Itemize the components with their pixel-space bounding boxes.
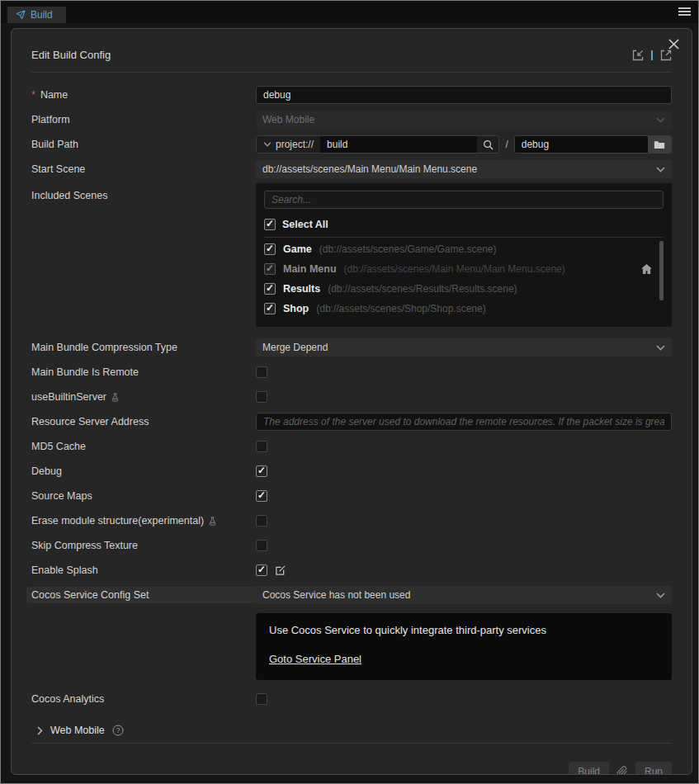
- cocos-service-row: Cocos Service Config Set Cocos Service h…: [31, 583, 672, 607]
- goto-service-panel-link[interactable]: Goto Service Panel: [269, 653, 361, 665]
- svg-text:?: ?: [116, 726, 120, 734]
- paper-plane-icon: [16, 10, 26, 20]
- export-config-icon[interactable]: [660, 50, 672, 61]
- compression-select[interactable]: Merge Depend: [256, 338, 672, 357]
- cocos-service-value: Cocos Service has not been used: [262, 589, 410, 601]
- source-maps-row: Source Maps: [31, 484, 672, 508]
- scene-path: (db://assets/scenes/Main Menu/Main Menu.…: [344, 263, 565, 275]
- experimental-flask-icon: [208, 517, 217, 526]
- scene-checkbox: [264, 263, 276, 275]
- path-separator: /: [505, 139, 508, 150]
- build-config-form: * Name Platform Web Mobile Build Path: [12, 73, 692, 775]
- tab-build-label: Build: [31, 9, 53, 21]
- use-builtin-server-label: useBuiltinServer: [31, 391, 256, 403]
- build-path-row: Build Path project:// /: [31, 132, 672, 157]
- included-scenes-panel: Select All Game (db://assets/scenes/Game…: [256, 183, 672, 327]
- main-bundle-remote-checkbox[interactable]: [256, 366, 267, 378]
- scene-checkbox[interactable]: [264, 243, 276, 255]
- scene-name: Shop: [283, 303, 309, 314]
- edit-splash-icon[interactable]: [275, 565, 286, 576]
- scene-name: Game: [283, 243, 312, 255]
- dialog-header: Edit Build Config: [12, 29, 692, 73]
- resource-server-input[interactable]: [256, 413, 672, 431]
- main-bundle-remote-row: Main Bundle Is Remote: [31, 360, 672, 385]
- scenes-divider: [264, 237, 664, 238]
- md5-cache-label: MD5 Cache: [31, 441, 256, 452]
- dialog-title: Edit Build Config: [31, 49, 672, 61]
- scene-row-game: Game (db://assets/scenes/Game/Game.scene…: [264, 239, 652, 259]
- name-input[interactable]: [256, 86, 672, 104]
- use-builtin-server-checkbox[interactable]: [256, 391, 267, 403]
- start-scene-label: Start Scene: [31, 163, 256, 175]
- start-scene-row: Start Scene db://assets/scenes/Main Menu…: [31, 157, 672, 182]
- run-button[interactable]: Run: [635, 762, 672, 775]
- help-icon[interactable]: ?: [112, 725, 124, 736]
- name-label: * Name: [31, 89, 256, 101]
- import-config-icon[interactable]: [632, 50, 644, 61]
- web-mobile-section-header[interactable]: Web Mobile ?: [31, 718, 672, 743]
- menu-icon[interactable]: [678, 7, 691, 17]
- top-bar: Build: [1, 1, 698, 23]
- platform-select: Web Mobile: [256, 111, 672, 129]
- chevron-down-icon: [656, 345, 665, 351]
- scene-row-results: Results (db://assets/scenes/Results/Resu…: [264, 279, 652, 299]
- build-path-group: project://: [256, 135, 499, 153]
- chevron-right-icon[interactable]: [37, 726, 43, 735]
- enable-splash-row: Enable Splash: [31, 558, 672, 583]
- scene-checkbox[interactable]: [264, 283, 276, 295]
- search-path-icon[interactable]: [477, 136, 498, 153]
- scene-row-main-menu: Main Menu (db://assets/scenes/Main Menu/…: [264, 259, 652, 279]
- chevron-down-icon: [656, 167, 665, 172]
- platform-value: Web Mobile: [262, 114, 314, 125]
- header-separator: [651, 50, 653, 60]
- scene-checkbox[interactable]: [264, 303, 276, 314]
- resource-server-row: Resource Server Address: [31, 409, 672, 434]
- experimental-flask-icon: [111, 393, 120, 402]
- name-row: * Name: [31, 83, 672, 107]
- select-all-label: Select All: [282, 219, 328, 230]
- debug-checkbox[interactable]: [256, 465, 267, 477]
- skip-compress-checkbox[interactable]: [256, 540, 267, 551]
- link-build-run-icon[interactable]: [616, 766, 628, 775]
- compression-row: Main Bundle Compression Type Merge Depen…: [31, 335, 672, 360]
- select-all-checkbox[interactable]: [264, 219, 276, 230]
- source-maps-checkbox[interactable]: [256, 490, 267, 502]
- scene-search-input[interactable]: [264, 191, 664, 209]
- scene-list: Game (db://assets/scenes/Game/Game.scene…: [264, 239, 664, 319]
- scene-name: Results: [283, 283, 320, 295]
- web-mobile-section-title: Web Mobile: [50, 725, 105, 736]
- compression-label: Main Bundle Compression Type: [31, 342, 256, 353]
- enable-splash-checkbox[interactable]: [256, 564, 267, 576]
- build-dir-input[interactable]: [320, 136, 477, 153]
- md5-cache-row: MD5 Cache: [31, 434, 672, 459]
- debug-label: Debug: [31, 465, 256, 477]
- erase-module-row: Erase module structure(experimental): [31, 508, 672, 533]
- start-scene-select[interactable]: db://assets/scenes/Main Menu/Main Menu.s…: [256, 160, 672, 178]
- build-button[interactable]: Build: [569, 762, 609, 775]
- included-scenes-row: Included Scenes Select All Game: [31, 183, 672, 327]
- build-path-label: Build Path: [31, 139, 256, 150]
- scrollbar[interactable]: [659, 241, 664, 300]
- protocol-select[interactable]: project://: [257, 136, 320, 153]
- build-subdir-input[interactable]: [515, 136, 648, 153]
- required-marker: *: [31, 89, 35, 101]
- cocos-service-select[interactable]: Cocos Service has not been used: [256, 586, 672, 604]
- chevron-down-icon: [263, 142, 272, 147]
- folder-icon[interactable]: [648, 136, 671, 153]
- tab-build[interactable]: Build: [7, 7, 66, 23]
- edit-build-config-dialog: Edit Build Config * Name Platform: [11, 28, 692, 775]
- cocos-analytics-checkbox[interactable]: [256, 693, 267, 705]
- start-scene-value: db://assets/scenes/Main Menu/Main Menu.s…: [262, 163, 477, 175]
- cocos-service-info-panel: Use Cocos Service to quickly integrate t…: [256, 613, 672, 680]
- protocol-value: project://: [276, 139, 314, 150]
- compression-value: Merge Depend: [262, 342, 328, 353]
- home-icon: [641, 264, 652, 274]
- select-all-row: Select All: [264, 215, 664, 234]
- erase-module-checkbox[interactable]: [256, 515, 267, 527]
- md5-cache-checkbox[interactable]: [256, 441, 267, 452]
- enable-splash-label: Enable Splash: [31, 564, 256, 576]
- chevron-down-icon: [656, 593, 665, 598]
- app-window: { "topbar": { "tab_label": "Build" }, "d…: [0, 0, 699, 784]
- scene-path: (db://assets/scenes/Shop/Shop.scene): [316, 303, 485, 314]
- cocos-service-info-text: Use Cocos Service to quickly integrate t…: [269, 624, 659, 636]
